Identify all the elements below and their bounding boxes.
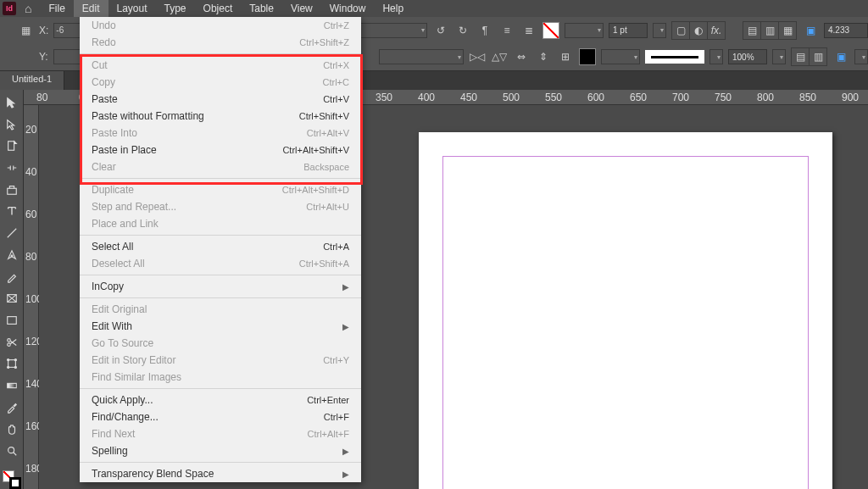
menu-separator [80,235,361,236]
right-stepper[interactable]: ▾ [854,49,868,64]
fill-stroke-proxy[interactable] [3,470,21,489]
direct-selection-tool[interactable] [3,115,21,134]
ruler-tick: 450 [460,92,477,103]
free-transform-tool[interactable] [3,355,21,374]
menu-item-shortcut: Ctrl+Alt+Shift+D [282,185,349,195]
menu-item-spelling[interactable]: Spelling▶ [80,442,361,459]
type-tool[interactable] [3,203,21,221]
scissors-tool[interactable] [3,333,21,352]
frame-fitting-icon[interactable]: ▣ [802,22,819,39]
menu-object[interactable]: Object [195,0,242,17]
textwrap-1-icon[interactable]: ▤ [743,22,760,39]
menu-help[interactable]: Help [374,0,412,17]
menu-item-label: Find Next [92,428,307,440]
menu-item-select-all[interactable]: Select AllCtrl+A [80,238,361,255]
menu-item-shortcut: Ctrl+Shift+Z [299,37,349,47]
menu-item-label: Select All [92,241,323,253]
stroke-dropdown[interactable]: ▾ [601,49,640,64]
menu-view[interactable]: View [282,0,321,17]
top-right-value[interactable]: 4.233 [824,23,868,38]
menu-item-shortcut: Ctrl+Enter [307,395,349,405]
content-collector-tool[interactable] [3,181,21,199]
distribute-2-icon[interactable]: ⇕ [535,48,552,65]
menu-item-copy: CopyCtrl+C [80,74,361,91]
menu-item-go-to-source: Go To Source [80,335,361,352]
selection-tool[interactable] [3,93,21,112]
pencil-tool[interactable] [3,268,21,286]
gap-tool[interactable] [3,158,21,177]
menu-item-find-change[interactable]: Find/Change...Ctrl+F [80,408,361,425]
ruler-tick: 900 [842,92,859,103]
menu-file[interactable]: File [40,0,73,17]
toolbox [0,90,24,489]
ruler-tick: 800 [757,92,774,103]
hand-tool[interactable] [3,420,21,439]
undo-icon[interactable]: ↺ [432,22,449,39]
align-icon-2[interactable]: ≣ [520,22,537,39]
rectangle-tool[interactable] [3,311,21,330]
menu-edit[interactable]: Edit [74,0,108,17]
stroke-weight-dropdown[interactable]: ▾ [653,23,666,38]
y-label: Y: [39,51,48,63]
menu-item-step-and-repeat: Step and Repeat...Ctrl+Alt+U [80,198,361,215]
x-label: X: [39,25,48,36]
dropdown-stub-2[interactable]: ▾ [379,49,464,64]
menu-type[interactable]: Type [156,0,195,17]
flip-h-icon[interactable]: ▷◁ [469,48,486,65]
grid-col-icon[interactable]: ▥ [810,48,826,65]
reference-point-icon[interactable]: ▦ [17,22,34,39]
menu-item-edit-with[interactable]: Edit With▶ [80,318,361,335]
document-page[interactable] [419,132,832,489]
menu-layout[interactable]: Layout [108,0,156,17]
distribute-1-icon[interactable]: ⇔ [513,48,530,65]
menu-item-paste-without-formatting[interactable]: Paste without FormattingCtrl+Shift+V [80,108,361,125]
stroke-weight-field[interactable]: 1 pt [609,23,648,38]
svg-point-9 [14,359,16,361]
ruler-tick: 80 [25,251,36,263]
menu-item-transparency-blend-space[interactable]: Transparency Blend Space▶ [80,465,361,482]
zoom-dropdown[interactable]: ▾ [772,49,786,64]
x-field[interactable]: -6 [53,23,82,38]
menu-item-paste-in-place[interactable]: Paste in PlaceCtrl+Alt+Shift+V [80,142,361,158]
zoom-field[interactable]: 100% [728,49,767,64]
stroke-style-dropdown[interactable]: ▾ [709,49,723,64]
menu-item-label: Paste [92,93,323,105]
textwrap-2-icon[interactable]: ▥ [761,22,778,39]
corner-square-icon[interactable]: ▢ [672,22,689,39]
home-icon[interactable]: ⌂ [25,2,31,15]
menu-window[interactable]: Window [321,0,375,17]
frame-options-icon[interactable]: ▣ [832,48,849,65]
fx-icon[interactable]: fx. [708,22,725,39]
menu-item-paste[interactable]: PasteCtrl+V [80,91,361,108]
paragraph-icon[interactable]: ¶ [476,22,493,39]
textwrap-3-icon[interactable]: ▦ [779,22,796,39]
fill-dropdown[interactable]: ▾ [565,23,604,38]
corner-round-icon[interactable]: ◐ [690,22,707,39]
edit-menu-dropdown: UndoCtrl+ZRedoCtrl+Shift+ZCutCtrl+XCopyC… [80,17,361,482]
menu-item-label: Undo [92,19,324,31]
distribute-3-icon[interactable]: ⊞ [557,48,574,65]
line-tool[interactable] [3,224,21,242]
grid-row-icon[interactable]: ▤ [792,48,809,65]
menu-item-find-next: Find NextCtrl+Alt+F [80,425,361,442]
document-tab[interactable]: Untitled-1 [0,71,64,90]
zoom-tool[interactable] [3,442,21,461]
stroke-style-preview[interactable] [645,50,704,64]
menu-item-duplicate: DuplicateCtrl+Alt+Shift+D [80,181,361,198]
eyedropper-tool[interactable] [3,398,21,417]
menu-item-quick-apply[interactable]: Quick Apply...Ctrl+Enter [80,392,361,408]
redo-icon[interactable]: ↻ [454,22,471,39]
flip-v-icon[interactable]: △▽ [491,48,508,65]
y-field[interactable] [53,49,82,64]
menu-item-clear: ClearBackspace [80,158,361,175]
gradient-swatch-tool[interactable] [3,376,21,395]
stroke-swatch[interactable] [579,48,596,65]
ruler-tick: 600 [587,92,604,103]
menu-table[interactable]: Table [241,0,282,17]
menu-item-incopy[interactable]: InCopy▶ [80,278,361,295]
pen-tool[interactable] [3,246,21,264]
page-tool[interactable] [3,136,21,155]
fill-swatch[interactable] [542,22,559,39]
align-icon-1[interactable]: ≡ [498,22,515,39]
rectangle-frame-tool[interactable] [3,289,21,308]
